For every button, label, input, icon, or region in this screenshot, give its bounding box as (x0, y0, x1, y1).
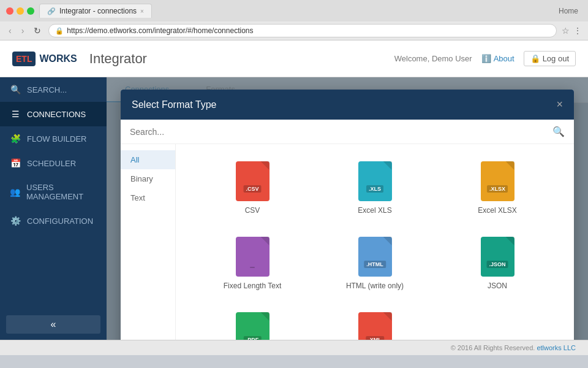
csv-file-shape (236, 161, 270, 201)
app-logo: ETL WORKS (12, 52, 77, 66)
xml-icon: .XML (358, 312, 392, 340)
lock-logout-icon: 🔒 (530, 54, 540, 63)
collapse-button[interactable]: « (6, 315, 100, 334)
app-title: Integrator (89, 51, 394, 67)
gear-icon: ⚙️ (10, 216, 21, 226)
pdf-icon: .PDF (236, 312, 270, 340)
html-icon: .HTML (358, 237, 392, 277)
logo-works: WORKS (39, 53, 77, 64)
back-button[interactable]: ‹ (6, 25, 14, 37)
xlsx-icon: .XLSX (481, 161, 514, 201)
logo-badge: ETL (12, 52, 36, 66)
maximize-dot[interactable] (27, 7, 34, 15)
about-button[interactable]: ℹ️ About (481, 54, 514, 63)
footer-copyright: © 2016 All Rights Reserved. (451, 344, 535, 351)
sidebar-item-scheduler[interactable]: 📅 SCHEDULER (0, 151, 107, 175)
csv-ext-label: .CSV (243, 185, 261, 193)
fixed-file-shape (236, 237, 270, 277)
lock-icon: 🔒 (55, 27, 64, 35)
sidebar-item-flow-builder[interactable]: 🧩 FLOW BUILDER (0, 126, 107, 151)
filter-binary[interactable]: Binary (121, 169, 175, 188)
format-item-json[interactable]: .JSON JSON (439, 232, 556, 295)
modal-search-bar: 🔍 (121, 120, 574, 144)
logo-etl: ETL (16, 54, 32, 64)
sidebar-configuration-label: CONFIGURATION (27, 217, 93, 226)
xls-file-shape (358, 161, 392, 201)
puzzle-icon: 🧩 (10, 134, 21, 144)
modal-search-input[interactable] (130, 127, 552, 137)
reload-button[interactable]: ↻ (31, 25, 43, 37)
format-item-html[interactable]: .HTML HTML (write only) (317, 232, 433, 295)
tab-favicon: 🔗 (47, 7, 56, 15)
sidebar-flow-builder-label: FLOW BUILDER (27, 134, 87, 144)
fixed-icon (236, 237, 270, 277)
welcome-text: Welcome, Demo User (394, 54, 472, 63)
footer-company-link[interactable]: etlworks LLC (537, 344, 576, 351)
logout-button[interactable]: 🔒 Log out (524, 51, 576, 66)
sidebar-item-search[interactable]: 🔍 SEARCH... (0, 77, 107, 102)
modal-close-button[interactable]: × (556, 98, 563, 111)
modal-title: Select Format Type (132, 99, 216, 110)
xlsx-name: Excel XLSX (478, 206, 516, 215)
browser-nav-right: ☆ ⋮ (562, 26, 582, 36)
browser-nav: ‹ › ↻ 🔒 https://demo.etlworks.com/integr… (0, 21, 588, 40)
info-icon: ℹ️ (481, 54, 491, 63)
format-item-pdf[interactable]: .PDF PDF (write only) (194, 307, 311, 340)
tab-close-icon[interactable]: × (140, 8, 144, 15)
format-item-fixed[interactable]: Fixed Length Text (194, 232, 311, 295)
app-footer: © 2016 All Rights Reserved. etlworks LLC (0, 340, 588, 355)
sidebar-item-configuration[interactable]: ⚙️ CONFIGURATION (0, 209, 107, 233)
home-label: Home (555, 6, 582, 17)
modal-body: All Binary Text .CSV (121, 144, 574, 340)
filter-all[interactable]: All (121, 150, 175, 169)
format-item-xls[interactable]: .XLS Excel XLS (317, 156, 433, 220)
filter-text[interactable]: Text (121, 188, 175, 207)
format-grid: .CSV CSV .XLS Excel XLS (176, 144, 574, 340)
forward-button[interactable]: › (19, 25, 27, 37)
url-text: https://demo.etlworks.com/integrator/#/h… (67, 26, 253, 35)
bookmark-icon[interactable]: ☆ (562, 26, 570, 36)
fixed-ext-label (250, 267, 255, 268)
close-dot[interactable] (6, 7, 13, 15)
sidebar-item-connections[interactable]: ☰ CONNECTIONS (0, 102, 107, 126)
xls-icon: .XLS (358, 161, 392, 201)
sidebar-bottom: « (0, 309, 107, 340)
sidebar-search-label: SEARCH... (27, 85, 67, 94)
logout-label: Log out (543, 54, 569, 63)
app-header: ETL WORKS Integrator Welcome, Demo User … (0, 40, 588, 77)
sidebar-item-users-management[interactable]: 👥 USERS MANAGEMENT (0, 175, 107, 209)
minimize-dot[interactable] (17, 7, 24, 15)
csv-icon: .CSV (236, 161, 270, 201)
xlsx-file-shape (481, 161, 514, 201)
app-container: ETL WORKS Integrator Welcome, Demo User … (0, 40, 588, 355)
browser-tab[interactable]: 🔗 Integrator - connections × (39, 4, 152, 18)
pdf-ext-label: .PDF (244, 336, 262, 340)
json-file-shape (481, 237, 514, 277)
xlsx-ext-label: .XLSX (487, 185, 508, 193)
format-item-xml[interactable]: .XML XML (317, 307, 433, 340)
address-bar[interactable]: 🔒 https://demo.etlworks.com/integrator/#… (48, 24, 557, 37)
xls-ext-label: .XLS (366, 185, 383, 193)
modal-overlay: Select Format Type × 🔍 All Binary Text (107, 77, 588, 340)
modal-header: Select Format Type × (121, 90, 574, 120)
sidebar: 🔍 SEARCH... ☰ CONNECTIONS 🧩 FLOW BUILDER… (0, 77, 107, 340)
json-icon: .JSON (481, 237, 514, 277)
tab-title: Integrator - connections (59, 7, 137, 15)
search-icon: 🔍 (10, 85, 21, 94)
modal-search-icon: 🔍 (552, 126, 565, 137)
calendar-icon: 📅 (10, 158, 21, 168)
format-item-csv[interactable]: .CSV CSV (194, 156, 311, 220)
connections-icon: ☰ (10, 109, 21, 119)
app-header-right: Welcome, Demo User ℹ️ About 🔒 Log out (394, 51, 576, 66)
format-item-xlsx[interactable]: .XLSX Excel XLSX (439, 156, 556, 220)
filter-sidebar: All Binary Text (121, 144, 176, 340)
more-icon[interactable]: ⋮ (573, 26, 582, 36)
browser-dots (6, 7, 34, 15)
xml-ext-label: .XML (366, 336, 384, 340)
browser-chrome: 🔗 Integrator - connections × Home ‹ › ↻ … (0, 0, 588, 40)
csv-name: CSV (245, 206, 260, 215)
json-ext-label: .JSON (486, 261, 508, 268)
html-file-shape (358, 237, 392, 277)
main-content: Connections Formats Select Format Type ×… (107, 77, 588, 340)
browser-titlebar: 🔗 Integrator - connections × Home (0, 0, 588, 21)
